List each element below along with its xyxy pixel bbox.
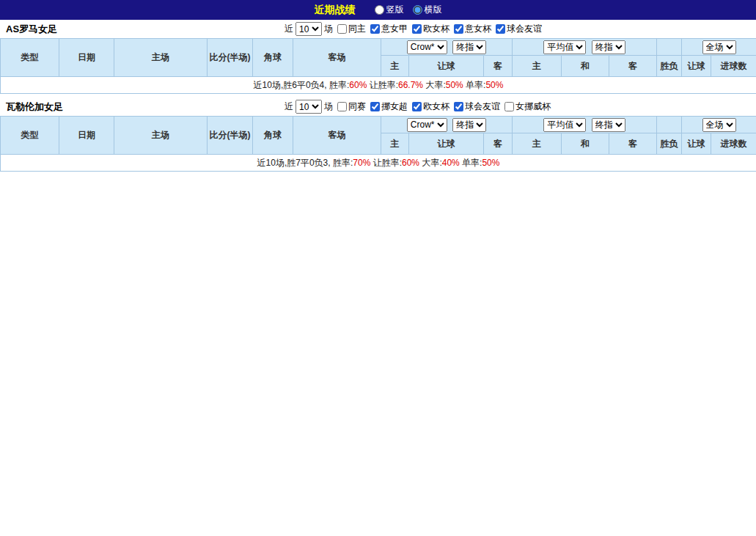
view-mode-radio[interactable] [375,5,384,15]
scope-select[interactable]: 全场 [702,118,736,132]
filter-checkbox[interactable] [454,102,463,111]
col-header-type: 类型 [1,117,59,155]
summary-label: 大率: [419,158,442,168]
view-mode-label: 竖版 [386,4,404,16]
summary-label: 单率: [463,80,486,90]
filter-checkbox[interactable] [412,102,422,111]
results-table: 类型 日期 主场 比分(半场) 角球 客场 Crow* 终指 平均值 终指 全场 [0,116,756,172]
col-header-corners: 角球 [253,39,293,77]
col-header-goals: 进球数 [711,133,756,155]
col-header-asia-away: 客 [484,133,513,155]
euro-odds-source-select[interactable]: 平均值 [543,40,586,54]
view-mode-radio[interactable] [413,5,422,15]
asia-stage-select[interactable]: 终指 [452,40,486,54]
section-team-1: AS罗马女足 近 10 场 同主意女甲欧女杯意女杯球会友谊 类型 日期 主场 比… [0,20,756,94]
summary-label: 近10场,胜6平0负4, [254,80,329,90]
filter-option[interactable]: 欧女杯 [412,100,449,113]
col-header-date: 日期 [59,117,114,155]
euro-stage-select[interactable]: 终指 [592,40,625,54]
filter-option[interactable]: 挪女超 [370,100,408,113]
summary-label: 胜率: [329,80,349,90]
filter-label: 同赛 [348,100,366,113]
summary-stat: 66.7% [398,80,423,90]
filter-checkbox[interactable] [454,24,463,34]
page-title: 近期战绩 [315,4,356,17]
near-label: 近 [285,23,293,35]
summary-label: 近10场,胜7平0负3, [257,158,333,168]
summary-label: 让胜率: [367,80,398,90]
view-mode-options: 竖版横版 [366,4,442,17]
wl-group-spacer [657,117,682,133]
summary-stat: 50% [485,80,503,90]
filter-option[interactable]: 女挪威杯 [504,100,551,113]
filter-label: 意女甲 [381,23,408,35]
filter-option[interactable]: 球会友谊 [496,23,542,35]
filter-checkbox[interactable] [412,24,422,34]
filter-checkbox[interactable] [337,24,347,34]
col-header-score: 比分(半场) [208,39,253,77]
section-team-2: 瓦勒伦加女足 近 10 场 同赛挪女超欧女杯球会友谊女挪威杯 类型 日期 主场 … [0,98,756,172]
asia-stage-select[interactable]: 终指 [452,118,486,132]
filter-option[interactable]: 球会友谊 [454,100,500,113]
col-header-euro-away: 客 [609,56,657,77]
filter-bar: 近 10 场 同主意女甲欧女杯意女杯球会友谊 [285,20,542,38]
asia-odds-group: Crow* 终指 [381,39,513,56]
col-header-asia-away: 客 [484,56,513,77]
scope-group: 全场 [682,39,756,56]
wl-group-spacer [657,39,682,56]
filter-checkbox[interactable] [496,24,505,34]
summary-stat: 50% [446,80,463,90]
col-header-asia-handicap: 让球 [409,133,484,155]
filter-checkbox[interactable] [370,102,380,111]
summary-stat: 60% [349,80,367,90]
filter-label: 欧女杯 [423,100,449,113]
filter-option[interactable]: 意女杯 [454,23,491,35]
view-mode-option[interactable]: 横版 [413,4,442,16]
summary-label: 大率: [423,80,446,90]
view-mode-option[interactable]: 竖版 [375,4,404,16]
near-count-select[interactable]: 10 [296,100,322,114]
euro-odds-group: 平均值 终指 [513,117,657,133]
bookmaker-select[interactable]: Crow* [407,40,447,54]
summary-label: 单率: [460,158,482,168]
filter-label: 球会友谊 [465,100,500,113]
section-title: AS罗马女足 [6,23,57,36]
filter-option[interactable]: 意女甲 [370,23,408,35]
top-bar: 近期战绩 竖版横版 [0,0,756,20]
filter-label: 同主 [348,23,366,35]
col-header-asia-home: 主 [381,56,409,77]
col-header-home: 主场 [114,39,208,77]
filter-option[interactable]: 同赛 [337,100,366,113]
col-header-goals: 进球数 [711,56,756,77]
near-count-select[interactable]: 10 [296,22,322,36]
euro-odds-source-select[interactable]: 平均值 [543,118,586,132]
filter-option[interactable]: 同主 [337,23,366,35]
matches-label: 场 [324,100,333,113]
col-header-euro-draw: 和 [562,133,609,155]
filter-label: 欧女杯 [423,23,449,35]
filter-checkbox[interactable] [370,24,380,34]
filter-checkbox[interactable] [337,102,347,111]
bookmaker-select[interactable]: Crow* [407,118,447,132]
col-header-away: 客场 [293,39,381,77]
col-header-wl: 胜负 [657,133,682,155]
summary-label: 胜率: [333,158,353,168]
col-header-handicap-result: 让球 [682,56,711,77]
col-header-handicap-result: 让球 [682,133,711,155]
summary-stat: 70% [353,158,370,168]
col-header-wl: 胜负 [657,56,682,77]
summary-text: 近10场,胜6平0负4, 胜率:60% 让胜率:66.7% 大率:50% 单率:… [1,77,756,94]
matches-label: 场 [324,23,333,35]
euro-stage-select[interactable]: 终指 [592,118,625,132]
section-title: 瓦勒伦加女足 [6,100,63,114]
scope-group: 全场 [682,117,756,133]
filter-checkbox[interactable] [504,102,514,111]
filter-option[interactable]: 欧女杯 [412,23,449,35]
filter-label: 挪女超 [381,100,408,113]
asia-odds-group: Crow* 终指 [381,117,513,133]
section-header: 瓦勒伦加女足 近 10 场 同赛挪女超欧女杯球会友谊女挪威杯 [0,98,756,116]
scope-select[interactable]: 全场 [702,40,736,54]
col-header-date: 日期 [59,39,114,77]
col-header-euro-away: 客 [609,133,657,155]
near-label: 近 [285,100,293,113]
